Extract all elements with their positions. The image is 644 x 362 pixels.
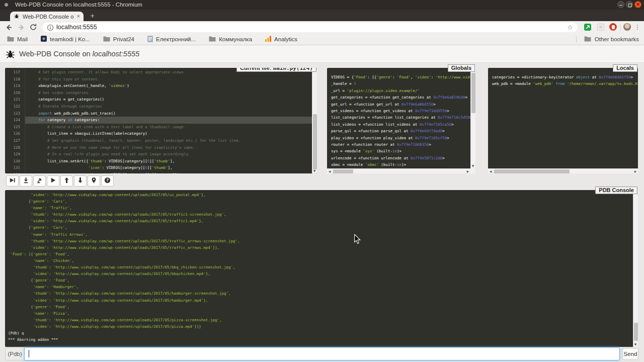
where-icon [91, 177, 97, 185]
svg-text:?: ? [106, 178, 109, 183]
console-line: 'video': 'http://www.vidsplay.com/wp-con… [8, 323, 633, 330]
debug-continue-button[interactable] [47, 175, 59, 187]
up-icon [63, 177, 70, 185]
locals-lines[interactable]: categories = <dictionary-keyiterator obj… [488, 68, 638, 168]
forward-icon[interactable] [17, 23, 26, 32]
code-line: 123 import web_pdb;web_pdb.set_trace() [5, 110, 312, 117]
browser-tab[interactable]: Web-PDB Console on loca × [10, 12, 84, 21]
scroll-left-arrow[interactable]: ◀ [488, 169, 493, 174]
scroll-down-arrow[interactable]: ▼ [633, 342, 638, 347]
extension-green-icon[interactable] [584, 24, 591, 31]
bookmark-item[interactable]: Коммуналка [209, 36, 252, 43]
profile-avatar[interactable] [623, 23, 631, 31]
line-number: 125 [5, 124, 25, 131]
console-line: 'video': 'http://www.vidsplay.com/wp-con… [8, 297, 633, 304]
tab-close-icon[interactable]: × [77, 12, 80, 21]
line-number: 132 [5, 171, 25, 173]
code-line: 131 'icon': VIDEOS[category][0]['thumb']… [5, 164, 312, 171]
console-line: {'genre': 'Food', [8, 277, 633, 284]
debug-next-button[interactable] [6, 175, 19, 187]
variable-line: sys = <module 'sys' (built-in)> [331, 148, 470, 154]
console-line: 'video': 'http://www.vidsplay.com/wp-con… [8, 244, 633, 251]
pdb-prompt-label: (Pdb) [5, 347, 24, 360]
variable-line: _handle = 1 [331, 80, 470, 87]
console-output[interactable]: 'video': 'http://www.vidsplay.com/wp-con… [5, 190, 633, 347]
variable-line: get_categories = <function get_categorie… [331, 94, 470, 101]
reload-icon[interactable] [29, 23, 38, 32]
line-number: 129 [5, 151, 25, 158]
scroll-right-arrow[interactable]: ▶ [465, 169, 470, 174]
scroll-thumb[interactable] [333, 169, 353, 173]
command-input[interactable] [24, 347, 620, 360]
variable-line: get_url = <function get_url at 0x7f9e6a8… [331, 101, 470, 108]
code-lines[interactable]: 117 # Set plugin content. It allows Kodi… [5, 68, 312, 173]
console-line: {'genre': 'Cars', [8, 224, 633, 231]
folder-icon [209, 36, 216, 43]
debug-where-button[interactable] [88, 175, 100, 187]
line-number: 121 [5, 96, 25, 103]
web-pdb-bug-icon [5, 49, 16, 61]
step-icon [23, 177, 29, 185]
variable-line: categories = <dictionary-keyiterator obj… [492, 74, 638, 80]
globals-horizontal-scrollbar[interactable]: ◀ ▶ [327, 168, 470, 173]
console-vertical-scrollbar[interactable]: ▲ ▼ [633, 190, 638, 347]
other-bookmarks[interactable]: Other bookmarks [576, 36, 639, 43]
console-line: 'name': 'Traffic', [8, 205, 633, 211]
analytics-icon [265, 36, 271, 43]
mouse-cursor [354, 234, 361, 247]
url-text[interactable]: localhost:5555 [56, 23, 97, 32]
debug-toolbar: ? [6, 175, 114, 187]
code-line: 125 # Create a list item with a text lab… [5, 124, 312, 131]
kodi-icon [41, 36, 47, 43]
scroll-down-arrow[interactable]: ▼ [312, 168, 317, 173]
folder-icon [584, 36, 591, 43]
scroll-right-arrow[interactable]: ▶ [633, 169, 638, 174]
debug-help-button[interactable]: ? [101, 175, 114, 187]
scroll-thumb[interactable] [494, 169, 570, 173]
close-button[interactable] [634, 1, 641, 8]
console-line: 'name': 'Traffic Arrows', [8, 231, 633, 238]
bookmark-item[interactable]: Privat24 [103, 36, 134, 43]
new-tab-button[interactable]: + [89, 12, 96, 20]
maximize-button[interactable] [626, 1, 633, 8]
address-bar[interactable]: localhost:5555 ☆ [42, 23, 578, 32]
globals-vertical-scrollbar[interactable]: ▼ [470, 68, 475, 168]
globals-lines[interactable]: VIDEOS = {'Food': [{'genre': 'Food', 'vi… [327, 68, 470, 168]
bookmark-item[interactable]: Mail [7, 36, 28, 43]
scroll-left-arrow[interactable]: ◀ [327, 169, 332, 174]
line-number: 120 [5, 89, 25, 97]
debug-down-button[interactable] [74, 175, 87, 187]
tab-strip: Web-PDB Console on loca × + [0, 10, 644, 21]
bookmark-item[interactable]: teamkodi | Ko... [41, 36, 90, 43]
page-title: Web-PDB Console on localhost:5555 [19, 50, 139, 58]
debug-step-button[interactable] [20, 175, 32, 187]
return-icon [36, 177, 43, 185]
back-icon[interactable] [5, 23, 13, 32]
bookmark-star-icon[interactable]: ☆ [567, 23, 573, 32]
send-button[interactable]: Send [622, 348, 638, 360]
scroll-down-arrow[interactable]: ▼ [470, 163, 475, 168]
code-line: 122 # Iterate through categories [5, 103, 312, 110]
globals-label: Globals [448, 64, 475, 72]
window-titlebar: Web-PDB Console on localhost:5555 - Chro… [0, 0, 644, 10]
locals-horizontal-scrollbar[interactable]: ◀ ▶ [488, 168, 638, 173]
browser-menu-icon[interactable]: ⋮ [634, 23, 640, 32]
app-indicator-dot [5, 3, 8, 7]
debug-return-button[interactable] [33, 175, 46, 187]
bookmark-item[interactable]: Analytics [265, 36, 297, 43]
extension-adblock-icon[interactable] [609, 23, 617, 31]
site-info-icon[interactable] [47, 24, 54, 33]
extension-gray-icon[interactable] [597, 24, 604, 31]
bookmark-item[interactable]: Електронний... [147, 36, 196, 43]
minimize-button[interactable] [617, 1, 624, 8]
line-number: 131 [5, 164, 25, 171]
scroll-thumb[interactable] [634, 323, 638, 341]
scroll-thumb[interactable] [313, 114, 317, 169]
variable-line: list_categories = <function list_categor… [331, 114, 470, 121]
folder-icon [7, 36, 14, 43]
console-line: 'name': 'Pizza', [8, 310, 633, 317]
debug-up-button[interactable] [60, 175, 73, 187]
code-vertical-scrollbar[interactable]: ▲ ▼ [312, 68, 317, 173]
scroll-thumb[interactable] [471, 73, 475, 113]
console-line: 'thumb': 'http://www.vidsplay.com/wp-con… [8, 264, 633, 270]
